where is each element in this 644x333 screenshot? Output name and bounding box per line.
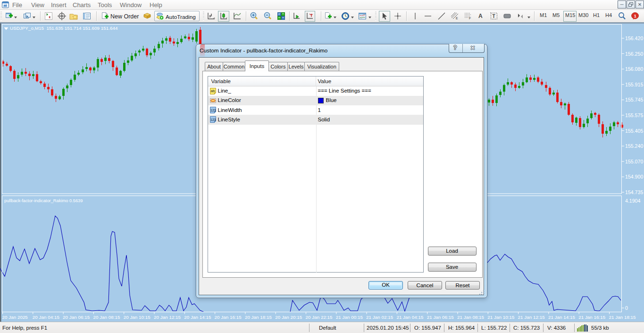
svg-text:21 Jan 00:15: 21 Jan 00:15 bbox=[336, 315, 363, 320]
svg-text:155.240: 155.240 bbox=[625, 143, 643, 149]
svg-text:20 Jan 20:15: 20 Jan 20:15 bbox=[275, 315, 302, 320]
svg-text:20 Jan 12:15: 20 Jan 12:15 bbox=[154, 315, 181, 320]
svg-text:21 Jan 18:15: 21 Jan 18:15 bbox=[609, 315, 636, 320]
svg-text:156.420: 156.420 bbox=[625, 35, 643, 41]
svg-text:21 Jan 08:15: 21 Jan 08:15 bbox=[457, 315, 485, 320]
svg-text:155.575: 155.575 bbox=[625, 112, 643, 118]
svg-text:155.745: 155.745 bbox=[625, 97, 643, 102]
svg-text:1: 1 bbox=[634, 14, 636, 18]
svg-text:20 Jan 2025: 20 Jan 2025 bbox=[2, 315, 28, 320]
svg-text:20 Jan 10:15: 20 Jan 10:15 bbox=[124, 315, 151, 320]
svg-text:0: 0 bbox=[625, 305, 628, 311]
svg-text:21 Jan 10:15: 21 Jan 10:15 bbox=[487, 315, 515, 320]
svg-text:ab: ab bbox=[210, 89, 215, 93]
svg-text:156.250: 156.250 bbox=[625, 51, 643, 57]
svg-text:USDJPY_o,M15 151.635 151.714: USDJPY_o,M15 151.635 151.714 151.609 151… bbox=[10, 26, 118, 31]
svg-text:20 Jan 14:15: 20 Jan 14:15 bbox=[184, 315, 211, 320]
svg-text:123: 123 bbox=[210, 109, 216, 112]
svg-text:123: 123 bbox=[210, 118, 216, 121]
svg-text:21 Jan 12:15: 21 Jan 12:15 bbox=[518, 315, 545, 320]
svg-text:4.1904: 4.1904 bbox=[625, 198, 641, 204]
svg-text:21 Jan 14:15: 21 Jan 14:15 bbox=[548, 315, 576, 320]
svg-text:F: F bbox=[469, 17, 471, 20]
svg-text:154.735: 154.735 bbox=[625, 189, 643, 195]
svg-text:20 Jan 16:15: 20 Jan 16:15 bbox=[215, 315, 242, 320]
svg-text:155.915: 155.915 bbox=[625, 82, 643, 87]
svg-text:20 Jan 06:15: 20 Jan 06:15 bbox=[63, 315, 90, 320]
svg-text:E: E bbox=[456, 17, 458, 20]
svg-text:20 Jan 22:15: 20 Jan 22:15 bbox=[306, 315, 333, 320]
svg-text:T: T bbox=[493, 14, 495, 19]
svg-text:155.070: 155.070 bbox=[625, 159, 643, 164]
svg-text:156.080: 156.080 bbox=[625, 66, 643, 72]
svg-text:pullback-factor-indicator_Raki: pullback-factor-indicator_Rakimo 0.5639 bbox=[4, 198, 83, 203]
svg-text:21 Jan 02:15: 21 Jan 02:15 bbox=[366, 315, 393, 320]
svg-text:154.900: 154.900 bbox=[625, 174, 643, 179]
svg-text:21 Jan 04:15: 21 Jan 04:15 bbox=[396, 315, 424, 320]
svg-text:20 Jan 18:15: 20 Jan 18:15 bbox=[245, 315, 272, 320]
svg-text:21 Jan 06:15: 21 Jan 06:15 bbox=[427, 315, 454, 320]
svg-text:20 Jan 04:15: 20 Jan 04:15 bbox=[33, 315, 60, 320]
svg-text:21 Jan 16:15: 21 Jan 16:15 bbox=[578, 315, 606, 320]
svg-text:20 Jan 08:15: 20 Jan 08:15 bbox=[93, 315, 120, 320]
svg-text:155.405: 155.405 bbox=[625, 128, 643, 134]
